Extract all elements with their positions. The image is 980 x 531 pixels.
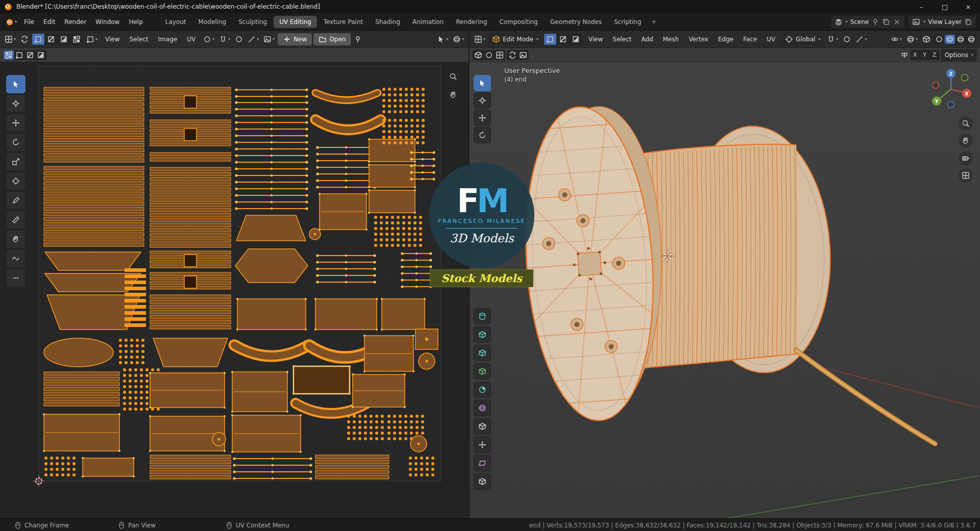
viewport-menu-face[interactable]: Face xyxy=(739,34,762,45)
move-tool[interactable] xyxy=(6,114,26,132)
new-scene-icon[interactable] xyxy=(882,18,890,26)
mirror-z-button[interactable]: Z xyxy=(930,50,939,60)
uv-falloff-button[interactable]: ▾ xyxy=(246,33,260,45)
viewport-pan-button[interactable] xyxy=(959,134,973,148)
menu-file[interactable]: File xyxy=(19,16,39,28)
uv-island[interactable] xyxy=(44,87,144,162)
cursor-tool[interactable] xyxy=(6,94,26,113)
viewport-ortho-toggle[interactable] xyxy=(959,168,973,183)
viewport-canvas-area[interactable] xyxy=(470,62,980,518)
workspace-tab-shading[interactable]: Shading xyxy=(370,16,406,28)
proportional-edit-toggle[interactable] xyxy=(841,33,852,45)
uv-island[interactable] xyxy=(153,338,228,367)
uv-select-edge-button[interactable] xyxy=(45,34,57,45)
face-select-mode-button[interactable] xyxy=(570,34,582,45)
live-unwrap-toggle[interactable] xyxy=(518,50,528,60)
viewport-zoom-button[interactable] xyxy=(959,116,973,131)
close-button[interactable]: × xyxy=(957,0,980,13)
workspace-tab-uv-editing[interactable]: UV Editing xyxy=(274,16,317,28)
options-menu[interactable]: Options ▾ xyxy=(941,49,977,61)
uv-island[interactable] xyxy=(318,193,368,231)
viewport-canvas[interactable] xyxy=(470,62,980,518)
menu-render[interactable]: Render xyxy=(60,16,91,28)
uv-pivot-button[interactable]: ▾ xyxy=(202,33,216,45)
uv-island[interactable] xyxy=(150,295,231,329)
uv-island[interactable] xyxy=(231,414,302,453)
image-browse-button[interactable]: ▾ xyxy=(262,33,276,45)
menu-help[interactable]: Help xyxy=(124,16,147,28)
overlays-toggle[interactable]: ▾ xyxy=(905,33,919,45)
uv-island[interactable] xyxy=(235,249,308,283)
sticky-select-button[interactable]: ▾ xyxy=(85,33,99,45)
affect-parents-toggle[interactable] xyxy=(484,50,494,60)
uv-menu-select[interactable]: Select xyxy=(125,34,153,45)
editor-type-button[interactable]: ▾ xyxy=(473,33,487,45)
pin-image-button[interactable] xyxy=(352,33,363,45)
falloff-button[interactable]: ▾ xyxy=(854,33,868,45)
uv-island[interactable] xyxy=(43,413,120,452)
viewport-menu-mesh[interactable]: Mesh xyxy=(658,34,684,45)
relax-tool[interactable] xyxy=(6,249,26,268)
uv-island[interactable] xyxy=(309,229,321,240)
annotate-tool[interactable] xyxy=(6,191,26,210)
knife-tool[interactable] xyxy=(474,382,491,398)
uv-island[interactable] xyxy=(149,372,226,409)
snap-toggle[interactable]: ▾ xyxy=(825,33,840,45)
uv-island[interactable] xyxy=(292,365,351,395)
uv-island[interactable] xyxy=(363,335,414,372)
rotate-tool[interactable] xyxy=(6,133,26,151)
maximize-button[interactable]: □ xyxy=(933,0,957,13)
new-view-layer-icon[interactable] xyxy=(964,18,972,26)
material-shading-button[interactable] xyxy=(955,35,966,44)
editor-type-button[interactable]: ▾ xyxy=(3,33,17,45)
xray-toggle[interactable] xyxy=(921,33,932,45)
view-layer-selector[interactable]: ▾ View Layer xyxy=(909,16,976,28)
uv-gizmos-toggle[interactable]: ▾ xyxy=(435,33,450,45)
uv-select-vertex-button[interactable] xyxy=(32,34,44,45)
wireframe-shading-button[interactable] xyxy=(934,35,944,44)
add-workspace-button[interactable]: + xyxy=(648,16,660,28)
rendered-shading-button[interactable] xyxy=(966,35,976,44)
viewport-menu-add[interactable]: Add xyxy=(636,34,657,45)
uv-island[interactable] xyxy=(368,189,416,214)
select-box-tool[interactable] xyxy=(474,75,491,91)
uv-select-face-button[interactable] xyxy=(58,34,70,45)
uv-canvas[interactable] xyxy=(0,62,469,518)
scale-tool[interactable] xyxy=(6,153,26,171)
edge-select-mode-button[interactable] xyxy=(557,34,569,45)
blender-app-menu[interactable]: ▾ xyxy=(4,16,18,28)
uv-island[interactable] xyxy=(381,298,426,331)
uv-island[interactable] xyxy=(82,457,135,477)
rotate-tool[interactable] xyxy=(474,127,491,143)
uv-island[interactable] xyxy=(236,215,306,241)
grab-tool[interactable] xyxy=(6,230,26,248)
mode-selector[interactable]: Edit Mode ▾ xyxy=(488,33,542,45)
shrink-flatten-tool[interactable] xyxy=(474,473,491,490)
loop-cut-tool[interactable] xyxy=(474,363,491,380)
vertex-select-mode-button[interactable] xyxy=(544,34,556,45)
uv-mode-toggle-4[interactable] xyxy=(36,50,46,60)
uv-island[interactable] xyxy=(419,353,435,369)
uv-island[interactable] xyxy=(352,373,406,408)
uv-island[interactable] xyxy=(212,433,226,446)
workspace-tab-layout[interactable]: Layout xyxy=(160,16,192,28)
workspace-tab-animation[interactable]: Animation xyxy=(407,16,449,28)
edge-slide-tool[interactable] xyxy=(474,455,491,471)
menu-window[interactable]: Window xyxy=(91,16,124,28)
viewport-menu-view[interactable]: View xyxy=(584,34,607,45)
uv-island[interactable] xyxy=(44,372,119,406)
uv-snap-toggle[interactable]: ▾ xyxy=(217,33,232,45)
uv-menu-view[interactable]: View xyxy=(101,34,124,45)
workspace-tab-texture-paint[interactable]: Texture Paint xyxy=(318,16,369,28)
spin-tool[interactable] xyxy=(474,418,491,435)
uv-island[interactable] xyxy=(45,252,141,270)
workspace-tab-geometry-nodes[interactable]: Geometry Nodes xyxy=(545,16,607,28)
uv-menu-image[interactable]: Image xyxy=(154,34,182,45)
workspace-tab-compositing[interactable]: Compositing xyxy=(494,16,543,28)
workspace-tab-modeling[interactable]: Modeling xyxy=(193,16,232,28)
affect-origins-toggle[interactable] xyxy=(473,50,483,60)
viewport-menu-edge[interactable]: Edge xyxy=(714,34,738,45)
uv-island[interactable] xyxy=(410,436,427,452)
uv-island[interactable] xyxy=(415,329,438,349)
mirror-y-button[interactable]: Y xyxy=(920,50,929,60)
